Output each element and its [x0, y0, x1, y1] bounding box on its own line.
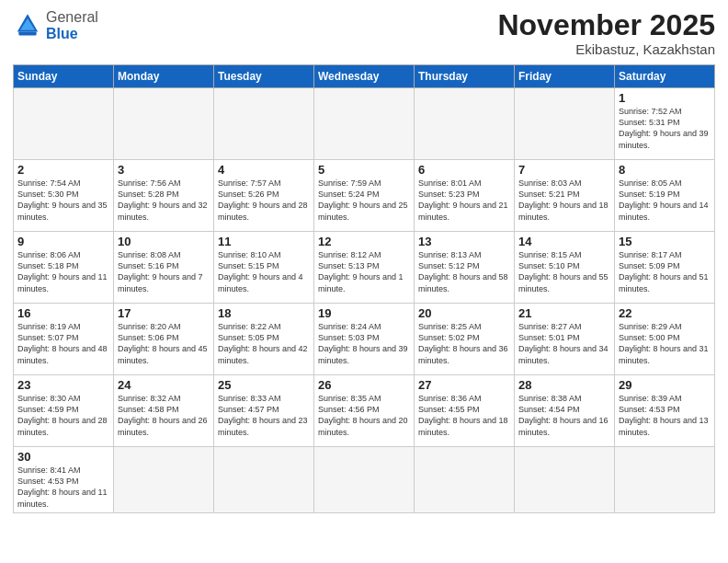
calendar-cell: 20Sunrise: 8:25 AM Sunset: 5:02 PM Dayli… — [415, 304, 515, 375]
calendar-cell: 28Sunrise: 8:38 AM Sunset: 4:54 PM Dayli… — [515, 375, 615, 447]
calendar-cell — [415, 447, 515, 513]
calendar-cell: 4Sunrise: 7:57 AM Sunset: 5:26 PM Daylig… — [214, 160, 314, 232]
day-number: 23 — [17, 378, 109, 392]
day-number: 1 — [619, 91, 711, 105]
calendar-cell — [314, 447, 415, 513]
calendar-cell — [415, 88, 515, 160]
calendar-cell: 23Sunrise: 8:30 AM Sunset: 4:59 PM Dayli… — [14, 375, 114, 447]
calendar-cell: 17Sunrise: 8:20 AM Sunset: 5:06 PM Dayli… — [114, 304, 214, 375]
day-info: Sunrise: 8:27 AM Sunset: 5:01 PM Dayligh… — [518, 321, 610, 366]
calendar-cell: 2Sunrise: 7:54 AM Sunset: 5:30 PM Daylig… — [14, 160, 114, 232]
day-info: Sunrise: 8:05 AM Sunset: 5:19 PM Dayligh… — [619, 178, 711, 223]
calendar-cell: 16Sunrise: 8:19 AM Sunset: 5:07 PM Dayli… — [14, 304, 114, 375]
day-number: 7 — [518, 163, 610, 177]
day-number: 28 — [518, 378, 610, 392]
calendar-cell: 3Sunrise: 7:56 AM Sunset: 5:28 PM Daylig… — [114, 160, 214, 232]
calendar-cell: 19Sunrise: 8:24 AM Sunset: 5:03 PM Dayli… — [314, 304, 415, 375]
logo-general: General — [46, 9, 98, 25]
page: General Blue November 2025 Ekibastuz, Ka… — [0, 0, 728, 563]
day-info: Sunrise: 8:22 AM Sunset: 5:05 PM Dayligh… — [218, 321, 310, 366]
day-info: Sunrise: 8:39 AM Sunset: 4:53 PM Dayligh… — [619, 393, 711, 438]
logo-text: General Blue — [46, 9, 98, 41]
calendar-cell — [314, 88, 415, 160]
calendar-cell: 8Sunrise: 8:05 AM Sunset: 5:19 PM Daylig… — [615, 160, 715, 232]
calendar-cell: 12Sunrise: 8:12 AM Sunset: 5:13 PM Dayli… — [314, 232, 415, 304]
calendar-cell — [515, 447, 615, 513]
day-number: 4 — [218, 163, 310, 177]
calendar-cell: 24Sunrise: 8:32 AM Sunset: 4:58 PM Dayli… — [114, 375, 214, 447]
day-info: Sunrise: 8:13 AM Sunset: 5:12 PM Dayligh… — [418, 249, 510, 294]
day-info: Sunrise: 8:15 AM Sunset: 5:10 PM Dayligh… — [518, 249, 610, 294]
day-number: 9 — [17, 235, 109, 248]
col-header-thursday: Thursday — [415, 65, 515, 88]
calendar-cell: 7Sunrise: 8:03 AM Sunset: 5:21 PM Daylig… — [515, 160, 615, 232]
day-number: 6 — [418, 163, 510, 177]
day-number: 29 — [619, 378, 711, 392]
day-info: Sunrise: 8:10 AM Sunset: 5:15 PM Dayligh… — [218, 249, 310, 294]
calendar-cell: 11Sunrise: 8:10 AM Sunset: 5:15 PM Dayli… — [214, 232, 314, 304]
day-info: Sunrise: 8:17 AM Sunset: 5:09 PM Dayligh… — [619, 249, 711, 294]
day-info: Sunrise: 8:30 AM Sunset: 4:59 PM Dayligh… — [17, 393, 109, 438]
day-info: Sunrise: 7:56 AM Sunset: 5:28 PM Dayligh… — [118, 178, 210, 223]
day-info: Sunrise: 8:25 AM Sunset: 5:02 PM Dayligh… — [418, 321, 510, 366]
day-info: Sunrise: 7:52 AM Sunset: 5:31 PM Dayligh… — [619, 106, 711, 151]
day-number: 17 — [118, 306, 210, 320]
day-number: 24 — [118, 378, 210, 392]
day-info: Sunrise: 7:57 AM Sunset: 5:26 PM Dayligh… — [218, 178, 310, 223]
calendar: SundayMondayTuesdayWednesdayThursdayFrid… — [13, 64, 715, 513]
calendar-cell: 27Sunrise: 8:36 AM Sunset: 4:55 PM Dayli… — [415, 375, 515, 447]
day-number: 30 — [17, 450, 109, 464]
day-info: Sunrise: 8:20 AM Sunset: 5:06 PM Dayligh… — [118, 321, 210, 366]
location: Ekibastuz, Kazakhstan — [497, 41, 715, 57]
calendar-cell — [114, 88, 214, 160]
day-info: Sunrise: 8:01 AM Sunset: 5:23 PM Dayligh… — [418, 178, 510, 223]
day-number: 13 — [418, 235, 510, 248]
logo-blue: Blue — [46, 26, 78, 41]
day-number: 20 — [418, 306, 510, 320]
calendar-cell: 10Sunrise: 8:08 AM Sunset: 5:16 PM Dayli… — [114, 232, 214, 304]
day-number: 5 — [318, 163, 410, 177]
day-info: Sunrise: 8:35 AM Sunset: 4:56 PM Dayligh… — [318, 393, 410, 438]
day-number: 3 — [118, 163, 210, 177]
day-info: Sunrise: 7:59 AM Sunset: 5:24 PM Dayligh… — [318, 178, 410, 223]
calendar-cell — [14, 88, 114, 160]
day-number: 2 — [17, 163, 109, 177]
day-number: 11 — [218, 235, 310, 248]
calendar-cell — [214, 88, 314, 160]
col-header-tuesday: Tuesday — [214, 65, 314, 88]
day-number: 25 — [218, 378, 310, 392]
col-header-sunday: Sunday — [14, 65, 114, 88]
day-info: Sunrise: 8:03 AM Sunset: 5:21 PM Dayligh… — [518, 178, 610, 223]
day-info: Sunrise: 8:33 AM Sunset: 4:57 PM Dayligh… — [218, 393, 310, 438]
week-row-5: 23Sunrise: 8:30 AM Sunset: 4:59 PM Dayli… — [14, 375, 715, 447]
col-header-saturday: Saturday — [615, 65, 715, 88]
calendar-cell: 15Sunrise: 8:17 AM Sunset: 5:09 PM Dayli… — [615, 232, 715, 304]
day-info: Sunrise: 8:29 AM Sunset: 5:00 PM Dayligh… — [619, 321, 711, 366]
day-number: 16 — [17, 306, 109, 320]
day-number: 21 — [518, 306, 610, 320]
day-number: 19 — [318, 306, 410, 320]
calendar-cell: 5Sunrise: 7:59 AM Sunset: 5:24 PM Daylig… — [314, 160, 415, 232]
calendar-cell: 21Sunrise: 8:27 AM Sunset: 5:01 PM Dayli… — [515, 304, 615, 375]
col-header-wednesday: Wednesday — [314, 65, 415, 88]
calendar-cell: 26Sunrise: 8:35 AM Sunset: 4:56 PM Dayli… — [314, 375, 415, 447]
col-header-monday: Monday — [114, 65, 214, 88]
week-row-6: 30Sunrise: 8:41 AM Sunset: 4:53 PM Dayli… — [14, 447, 715, 513]
calendar-cell — [515, 88, 615, 160]
day-number: 14 — [518, 235, 610, 248]
calendar-cell: 18Sunrise: 8:22 AM Sunset: 5:05 PM Dayli… — [214, 304, 314, 375]
day-info: Sunrise: 8:38 AM Sunset: 4:54 PM Dayligh… — [518, 393, 610, 438]
day-number: 18 — [218, 306, 310, 320]
week-row-1: 1Sunrise: 7:52 AM Sunset: 5:31 PM Daylig… — [14, 88, 715, 160]
calendar-cell: 6Sunrise: 8:01 AM Sunset: 5:23 PM Daylig… — [415, 160, 515, 232]
calendar-cell: 1Sunrise: 7:52 AM Sunset: 5:31 PM Daylig… — [615, 88, 715, 160]
day-info: Sunrise: 8:06 AM Sunset: 5:18 PM Dayligh… — [17, 249, 109, 294]
calendar-cell — [615, 447, 715, 513]
logo: General Blue — [13, 9, 98, 41]
day-number: 15 — [619, 235, 711, 248]
day-info: Sunrise: 8:32 AM Sunset: 4:58 PM Dayligh… — [118, 393, 210, 438]
week-row-2: 2Sunrise: 7:54 AM Sunset: 5:30 PM Daylig… — [14, 160, 715, 232]
month-title: November 2025 — [497, 9, 715, 41]
calendar-cell — [214, 447, 314, 513]
calendar-cell: 29Sunrise: 8:39 AM Sunset: 4:53 PM Dayli… — [615, 375, 715, 447]
